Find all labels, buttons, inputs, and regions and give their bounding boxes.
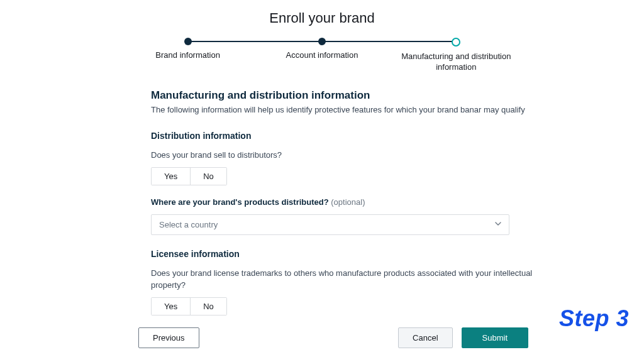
page-title: Enroll your brand (13, 10, 631, 26)
licensee-q1-no-button[interactable]: No (191, 298, 226, 315)
step-3-label: Manufacturing and distribution informati… (399, 52, 513, 73)
licensee-q1: Does your brand license trademarks to ot… (151, 268, 541, 290)
licensee-q1-choices: Yes No (151, 297, 227, 315)
footer-right-group: Cancel Submit (398, 327, 528, 348)
licensee-group-title: Licensee information (151, 249, 541, 259)
distribution-group-title: Distribution information (151, 131, 541, 141)
submit-button[interactable]: Submit (462, 327, 528, 348)
distribution-q2-optional: (optional) (331, 197, 365, 207)
overlay-step-label: Step 3 (559, 305, 629, 332)
cancel-button[interactable]: Cancel (398, 327, 452, 348)
country-select-placeholder: Select a country (159, 220, 218, 229)
distribution-q1-no-button[interactable]: No (191, 168, 226, 185)
step-node-icon (184, 38, 192, 45)
distribution-q1-choices: Yes No (151, 167, 227, 185)
step-2-label: Account information (286, 50, 358, 61)
step-node-icon (318, 38, 326, 45)
step-connector (188, 41, 322, 42)
distribution-q1: Does your brand sell to distributors? (151, 150, 541, 161)
distribution-q2: Where are your brand's products distribu… (151, 197, 541, 208)
step-1-label: Brand information (155, 50, 220, 61)
step-1: Brand information (121, 38, 255, 61)
distribution-q2-label: Where are your brand's products distribu… (151, 197, 329, 207)
main-content: Manufacturing and distribution informati… (151, 89, 541, 315)
step-connector (322, 41, 456, 42)
previous-button[interactable]: Previous (138, 327, 199, 348)
footer-actions: Previous Cancel Submit (138, 327, 528, 348)
step-node-active-icon (452, 38, 460, 47)
stepper: Brand information Account information Ma… (121, 38, 523, 73)
section-title: Manufacturing and distribution informati… (151, 89, 541, 102)
licensee-q1-yes-button[interactable]: Yes (152, 298, 191, 315)
country-select[interactable]: Select a country (151, 214, 509, 235)
chevron-down-icon (495, 222, 501, 228)
distribution-q1-yes-button[interactable]: Yes (152, 168, 191, 185)
section-description: The following information will help us i… (151, 104, 541, 116)
step-3: Manufacturing and distribution informati… (389, 38, 523, 73)
